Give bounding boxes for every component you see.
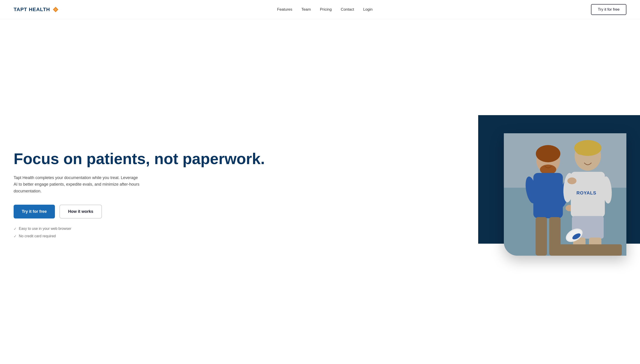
hero-subtitle: Tapt Health completes your documentation… (14, 174, 141, 195)
logo-text: TAPT HEALTH (14, 6, 50, 12)
svg-rect-7 (533, 173, 563, 218)
svg-point-5 (536, 145, 560, 162)
nav-team[interactable]: Team (301, 7, 311, 12)
nav-cta-button[interactable]: Try it for free (591, 4, 626, 15)
nav-links: Features Team Pricing Contact Login (277, 7, 373, 12)
hero-section: Focus on patients, not paperwork. Tapt H… (0, 19, 640, 364)
hero-content: Focus on patients, not paperwork. Tapt H… (14, 150, 332, 238)
svg-text:ROYALS: ROYALS (576, 190, 596, 195)
nav-features[interactable]: Features (277, 7, 292, 12)
check-icon-2: ✓ (14, 234, 17, 238)
hero-photo-svg: ROYALS (504, 133, 626, 256)
nav-pricing[interactable]: Pricing (320, 7, 332, 12)
svg-point-16 (589, 143, 600, 154)
feature-no-card: ✓ No credit card required (14, 234, 323, 238)
feature-browser: ✓ Easy to use in your web browser (14, 227, 323, 231)
logo[interactable]: TAPT HEALTH (14, 6, 59, 13)
svg-rect-11 (536, 217, 547, 256)
feature-browser-text: Easy to use in your web browser (19, 227, 71, 231)
svg-rect-27 (554, 244, 622, 256)
svg-point-28 (567, 178, 576, 184)
hero-image: ROYALS (504, 133, 626, 256)
try-free-button[interactable]: Try it for free (14, 205, 55, 218)
feature-no-card-text: No credit card required (19, 234, 56, 238)
check-icon-1: ✓ (14, 227, 17, 231)
nav-contact[interactable]: Contact (341, 7, 354, 12)
hero-buttons: Try it for free How it works (14, 205, 323, 218)
svg-point-15 (575, 144, 587, 155)
hero-title: Focus on patients, not paperwork. (14, 150, 323, 167)
hero-image-area: ROYALS (332, 133, 626, 256)
hero-features-list: ✓ Easy to use in your web browser ✓ No c… (14, 227, 323, 238)
nav-login[interactable]: Login (363, 7, 373, 12)
logo-diamond-icon (52, 6, 59, 13)
how-it-works-button[interactable]: How it works (60, 205, 102, 218)
navbar: TAPT HEALTH Features Team Pricing Contac… (0, 0, 640, 19)
